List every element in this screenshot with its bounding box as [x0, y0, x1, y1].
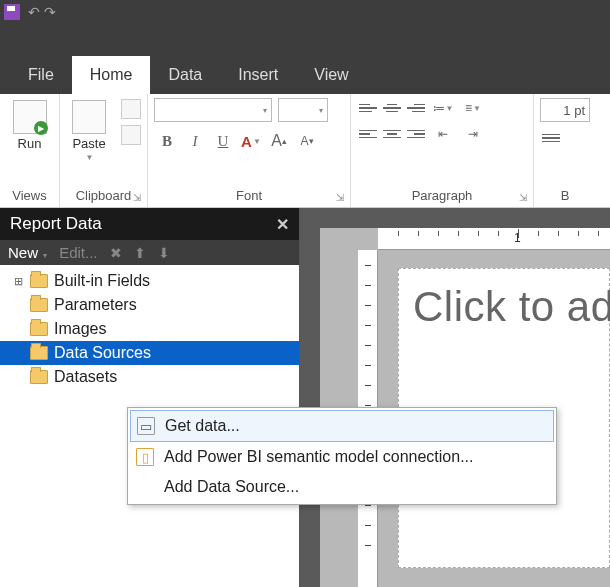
number-list-button[interactable]: ≡▼ — [459, 98, 487, 118]
increase-indent-button[interactable]: ⇥ — [459, 124, 487, 144]
align-top-right-icon[interactable] — [405, 98, 427, 118]
launcher-icon[interactable]: ⇲ — [519, 192, 527, 203]
tree-item-parameters[interactable]: Parameters — [0, 293, 299, 317]
folder-icon — [30, 370, 48, 384]
menu-item-add-pbi-connection[interactable]: ▯ Add Power BI semantic model connection… — [130, 442, 554, 472]
menu-label: Get data... — [165, 417, 240, 435]
quick-access-toolbar: ↶ ↷ — [0, 0, 610, 24]
ribbon-group-border: 1 pt B — [534, 94, 596, 207]
copy-icon[interactable] — [121, 125, 141, 145]
chevron-down-icon: ▾ — [43, 251, 47, 260]
menu-label: Add Power BI semantic model connection..… — [164, 448, 474, 466]
font-color-button[interactable]: A▼ — [238, 128, 264, 154]
redo-icon[interactable]: ↷ — [44, 4, 56, 20]
tab-data[interactable]: Data — [150, 56, 220, 94]
ribbon-group-views: ▶ Run Views — [0, 94, 60, 207]
panel-title: Report Data — [10, 214, 102, 234]
tree-label: Images — [54, 320, 106, 338]
align-center-icon[interactable] — [381, 124, 403, 144]
horizontal-ruler: 1 — [378, 228, 610, 250]
power-bi-icon: ▯ — [136, 448, 154, 466]
panel-title-bar: Report Data ✕ — [0, 208, 299, 240]
run-label: Run — [18, 136, 42, 151]
menu-item-add-data-source[interactable]: Add Data Source... — [130, 472, 554, 502]
get-data-icon: ▭ — [137, 417, 155, 435]
folder-icon — [30, 346, 48, 360]
new-button[interactable]: New ▾ — [8, 244, 47, 261]
cut-icon[interactable] — [121, 99, 141, 119]
align-top-center-icon[interactable] — [381, 98, 403, 118]
folder-icon — [30, 322, 48, 336]
move-up-icon: ⬆ — [134, 245, 146, 261]
tree-label: Parameters — [54, 296, 137, 314]
tree-label: Datasets — [54, 368, 117, 386]
ribbon-label-paragraph: Paragraph⇲ — [357, 186, 527, 205]
design-canvas: 1 Click to ad — [300, 208, 610, 587]
run-icon: ▶ — [13, 100, 47, 134]
report-data-panel: Report Data ✕ New ▾ Edit... ✖ ⬆ ⬇ ⊞ Buil… — [0, 208, 300, 587]
ribbon-group-paragraph: ≔▼ ≡▼ ⇤ ⇥ Paragraph⇲ — [351, 94, 534, 207]
launcher-icon[interactable]: ⇲ — [133, 192, 141, 203]
menu-label: Add Data Source... — [164, 478, 299, 496]
chevron-down-icon: ▼ — [86, 153, 94, 162]
italic-button[interactable]: I — [182, 128, 208, 154]
ribbon-group-font: ▾ ▾ B I U A▼ A▴ A▾ Font⇲ — [148, 94, 351, 207]
shrink-font-button[interactable]: A▾ — [294, 128, 320, 154]
move-down-icon: ⬇ — [158, 245, 170, 261]
undo-icon[interactable]: ↶ — [28, 4, 40, 20]
ribbon-label-font: Font⇲ — [154, 186, 344, 205]
report-tree: ⊞ Built-in Fields Parameters Images Data… — [0, 265, 299, 393]
tree-item-builtin-fields[interactable]: ⊞ Built-in Fields — [0, 269, 299, 293]
ribbon-label-views: Views — [6, 186, 53, 205]
close-icon[interactable]: ✕ — [276, 215, 289, 234]
bold-button[interactable]: B — [154, 128, 180, 154]
tree-label: Data Sources — [54, 344, 151, 362]
folder-icon — [30, 274, 48, 288]
font-family-combo[interactable]: ▾ — [154, 98, 272, 122]
folder-icon — [30, 298, 48, 312]
align-right-icon[interactable] — [405, 124, 427, 144]
ribbon-tabs: File Home Data Insert View — [0, 54, 610, 94]
border-style-icon[interactable] — [540, 128, 562, 148]
save-icon[interactable] — [4, 4, 20, 20]
tab-insert[interactable]: Insert — [220, 56, 296, 94]
title-placeholder[interactable]: Click to ad — [413, 283, 610, 331]
tab-file[interactable]: File — [10, 56, 72, 94]
launcher-icon[interactable]: ⇲ — [336, 192, 344, 203]
blank-icon — [136, 478, 154, 496]
align-top-left-icon[interactable] — [357, 98, 379, 118]
ribbon: ▶ Run Views Paste ▼ Clipboard⇲ ▾ — [0, 94, 610, 208]
panel-toolbar: New ▾ Edit... ✖ ⬆ ⬇ — [0, 240, 299, 265]
ribbon-group-clipboard: Paste ▼ Clipboard⇲ — [60, 94, 148, 207]
ruler-number: 1 — [514, 231, 521, 245]
paste-button[interactable]: Paste ▼ — [66, 98, 112, 164]
tree-item-data-sources[interactable]: Data Sources — [0, 341, 299, 365]
underline-button[interactable]: U — [210, 128, 236, 154]
tab-view[interactable]: View — [296, 56, 366, 94]
delete-icon: ✖ — [110, 245, 122, 261]
tree-item-images[interactable]: Images — [0, 317, 299, 341]
title-spacer — [0, 24, 610, 54]
run-button[interactable]: ▶ Run — [7, 98, 53, 153]
paste-label: Paste — [72, 136, 105, 151]
edit-button: Edit... — [59, 244, 97, 261]
align-left-icon[interactable] — [357, 124, 379, 144]
grow-font-button[interactable]: A▴ — [266, 128, 292, 154]
context-menu: ▭ Get data... ▯ Add Power BI semantic mo… — [127, 407, 557, 505]
font-size-combo[interactable]: ▾ — [278, 98, 328, 122]
ribbon-label-clipboard: Clipboard⇲ — [66, 186, 141, 205]
border-width-combo[interactable]: 1 pt — [540, 98, 590, 122]
menu-item-get-data[interactable]: ▭ Get data... — [130, 410, 554, 442]
ribbon-label-border: B — [540, 186, 590, 205]
tree-item-datasets[interactable]: Datasets — [0, 365, 299, 389]
clipboard-icon — [72, 100, 106, 134]
bullet-list-button[interactable]: ≔▼ — [429, 98, 457, 118]
decrease-indent-button[interactable]: ⇤ — [429, 124, 457, 144]
tab-home[interactable]: Home — [72, 56, 151, 94]
tree-label: Built-in Fields — [54, 272, 150, 290]
expand-icon[interactable]: ⊞ — [12, 275, 24, 288]
